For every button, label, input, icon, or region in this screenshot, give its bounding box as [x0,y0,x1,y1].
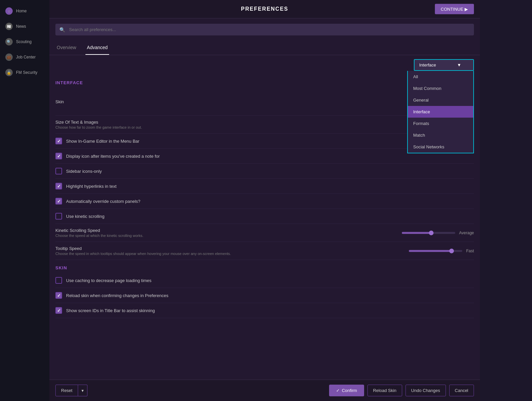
pref-row-reload-skin: Reload skin when confirming changes in P… [55,288,474,303]
sidebar-item-news[interactable]: 📰 News [0,19,49,34]
dropdown-option-formats[interactable]: Formats [408,118,473,129]
dropdown-option-match[interactable]: Match [408,129,473,141]
scroll-speed-label: Kinetic Scrolling Speed [55,228,144,233]
tab-overview[interactable]: Overview [55,41,77,55]
checkbox-caching[interactable] [55,277,62,284]
job-icon: 💼 [5,53,13,61]
checkbox-custom-panels[interactable] [55,198,62,205]
dropdown-option-interface[interactable]: Interface [408,106,473,118]
confirm-label: Confirm [342,388,357,393]
pref-row-hyperlinks: Highlight hyperlinks in text [55,179,474,194]
tooltip-speed-label: Tooltip Speed [55,246,231,251]
sidebar-label-job: Job Center [16,55,36,59]
reset-button[interactable]: Reset [55,385,78,396]
category-dropdown[interactable]: Interface ▼ All Most Common General Inte… [414,59,474,71]
pref-row-scroll-speed: Kinetic Scrolling Speed Choose the speed… [55,224,474,242]
preferences-modal: PREFERENCES CONTINUE ▶ 🔍 Overview Advanc… [49,0,480,401]
sidebar-item-fm-security[interactable]: 🔒 FM Security [0,65,49,80]
scroll-speed-value: Average [459,231,474,235]
scroll-speed-track[interactable] [402,232,455,234]
dropdown-option-social-networks[interactable]: Social Networks [408,141,473,153]
scroll-speed-thumb[interactable] [429,231,434,235]
reload-skin-label: Reload skin when confirming changes in P… [66,293,168,298]
checkbox-reload-skin[interactable] [55,292,62,299]
checkbox-kinetic-scrolling[interactable] [55,213,62,220]
checkbox-editor[interactable] [55,138,62,144]
pref-row-custom-panels: Automatically override custom panels? [55,194,474,209]
dropdown-option-general[interactable]: General [408,94,473,106]
security-icon: 🔒 [5,69,13,76]
text-size-label: Size Of Text & Images [55,120,142,125]
pref-row-tooltip-speed: Tooltip Speed Choose the speed in which … [55,242,474,260]
category-area: Interface ▼ All Most Common General Inte… [49,55,480,75]
search-icon: 🔍 [59,27,65,32]
custom-panels-label: Automatically override custom panels? [66,199,141,204]
sidebar-item-scouting[interactable]: 🔍 Scouting [0,34,49,49]
modal-title: PREFERENCES [241,6,288,12]
scouting-icon: 🔍 [5,38,13,45]
search-bar: 🔍 [49,18,480,41]
sidebar-item-job-center[interactable]: 💼 Job Center [0,49,49,65]
pref-row-kinetic-scrolling: Use kinetic scrolling [55,209,474,224]
kinetic-scrolling-label: Use kinetic scrolling [66,214,104,219]
category-select-display[interactable]: Interface ▼ [414,59,474,71]
sidebar-item-home[interactable]: ⌂ Home [0,3,49,19]
screen-ids-label: Show screen IDs in Title Bar to assist s… [66,308,155,313]
checkbox-screen-ids[interactable] [55,307,62,314]
scroll-speed-slider-container: Average [402,231,474,235]
checkbox-sidebar-icons[interactable] [55,168,62,174]
skin-label: Skin [55,99,64,104]
scroll-speed-sublabel: Choose the speed at which the kinetic sc… [55,234,144,238]
reload-skin-button[interactable]: Reload Skin [367,385,402,396]
tooltip-speed-track[interactable] [409,250,462,252]
dropdown-option-most-common[interactable]: Most Common [408,83,473,94]
search-input[interactable] [68,24,470,35]
footer: Reset ▼ ✓ Confirm Reload Skin Undo Chang… [49,380,480,401]
footer-left: Reset ▼ [55,385,87,396]
cancel-button[interactable]: Cancel [449,385,474,396]
tooltip-speed-sublabel: Choose the speed in which tooltips shoul… [55,252,231,256]
tooltip-speed-slider-container: Fast [409,249,474,253]
reset-dropdown-button[interactable]: ▼ [78,385,87,396]
sidebar-icons-label: Sidebar icons-only [66,169,102,174]
news-icon: 📰 [5,23,13,30]
tabs-bar: Overview Advanced [49,41,480,55]
undo-changes-button[interactable]: Undo Changes [406,385,446,396]
sidebar-label-security: FM Security [16,70,37,75]
tooltip-speed-thumb[interactable] [449,249,454,253]
tooltip-speed-fill [409,250,452,252]
dropdown-chevron-icon: ▼ [457,62,461,68]
footer-right: ✓ Confirm Reload Skin Undo Changes Cance… [329,385,474,396]
editor-label: Show In-Game Editor in the Menu Bar [66,139,140,144]
sidebar-label-home: Home [16,9,27,13]
note-icon-label: Display icon after items you've created … [66,154,160,159]
confirm-button[interactable]: ✓ Confirm [329,385,364,396]
confirm-check-icon: ✓ [336,388,340,393]
sidebar-label-scouting: Scouting [16,39,32,44]
tooltip-speed-value: Fast [466,249,474,253]
continue-button[interactable]: CONTINUE ▶ [435,4,474,14]
pref-row-screen-ids: Show screen IDs in Title Bar to assist s… [55,303,474,318]
checkbox-hyperlinks[interactable] [55,183,62,189]
text-size-sublabel: Choose how far to zoom the game interfac… [55,125,142,129]
tab-advanced[interactable]: Advanced [85,41,109,55]
category-dropdown-menu: All Most Common General Interface Format… [407,71,474,153]
category-selected-value: Interface [419,62,436,68]
caching-label: Use caching to decrease page loading tim… [66,278,152,283]
section-title-skin: SKIN [55,260,474,273]
search-container: 🔍 [55,24,474,35]
dropdown-option-all[interactable]: All [408,71,473,83]
sidebar-label-news: News [16,24,26,29]
scroll-speed-fill [402,232,431,234]
sidebar: ⌂ Home 📰 News 🔍 Scouting 💼 Job Center 🔒 … [0,0,49,401]
home-icon: ⌂ [5,7,13,15]
modal-header: PREFERENCES CONTINUE ▶ [49,0,480,18]
pref-row-caching: Use caching to decrease page loading tim… [55,273,474,288]
hyperlinks-label: Highlight hyperlinks in text [66,184,116,189]
pref-row-sidebar-icons: Sidebar icons-only [55,164,474,179]
checkbox-note-icon[interactable] [55,153,62,159]
